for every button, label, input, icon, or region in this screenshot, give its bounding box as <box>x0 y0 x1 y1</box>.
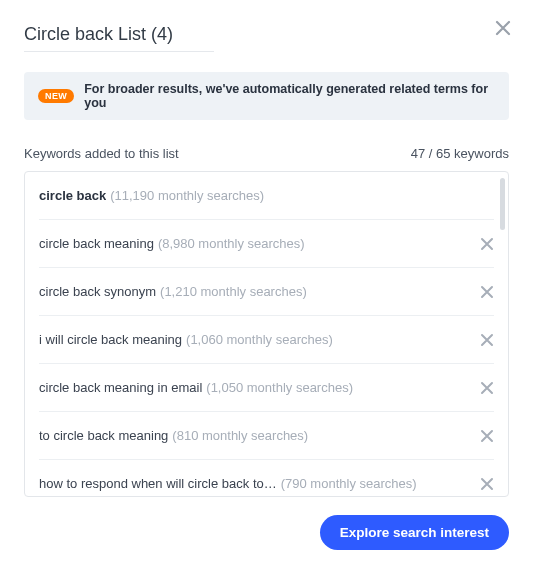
footer-actions: Explore search interest <box>24 515 509 550</box>
list-item: circle back meaning in email(1,050 month… <box>39 364 494 412</box>
new-badge: NEW <box>38 89 74 103</box>
keyword-term: circle back meaning <box>39 236 154 251</box>
keyword-volume: (1,060 monthly searches) <box>186 332 333 347</box>
list-item-text: circle back synonym(1,210 monthly search… <box>39 284 307 299</box>
keyword-volume: (8,980 monthly searches) <box>158 236 305 251</box>
list-item: circle back synonym(1,210 monthly search… <box>39 268 494 316</box>
keyword-volume: (11,190 monthly searches) <box>110 188 264 203</box>
list-item-text: to circle back meaning(810 monthly searc… <box>39 428 308 443</box>
list-item-text: i will circle back meaning(1,060 monthly… <box>39 332 333 347</box>
explore-button[interactable]: Explore search interest <box>320 515 509 550</box>
remove-keyword-button[interactable] <box>480 477 494 491</box>
keyword-term: circle back <box>39 188 106 203</box>
subheader-label: Keywords added to this list <box>24 146 179 161</box>
close-icon <box>480 381 494 395</box>
remove-keyword-button[interactable] <box>480 237 494 251</box>
close-icon <box>480 285 494 299</box>
title-underline <box>24 51 214 52</box>
keyword-list-scroll[interactable]: circle back(11,190 monthly searches)circ… <box>25 172 508 496</box>
page-title: Circle back List (4) <box>24 24 509 45</box>
keyword-term: to circle back meaning <box>39 428 168 443</box>
list-item: how to respond when will circle back to…… <box>39 460 494 496</box>
remove-keyword-button[interactable] <box>480 285 494 299</box>
keyword-volume: (810 monthly searches) <box>172 428 308 443</box>
list-item: circle back meaning(8,980 monthly search… <box>39 220 494 268</box>
keyword-term: how to respond when will circle back to… <box>39 476 277 491</box>
remove-keyword-button[interactable] <box>480 429 494 443</box>
list-item-text: how to respond when will circle back to…… <box>39 476 417 491</box>
list-item: to circle back meaning(810 monthly searc… <box>39 412 494 460</box>
keyword-volume: (1,050 monthly searches) <box>206 380 353 395</box>
scrollbar-thumb[interactable] <box>500 178 505 230</box>
keyword-term: circle back meaning in email <box>39 380 202 395</box>
keyword-term: i will circle back meaning <box>39 332 182 347</box>
keyword-volume: (790 monthly searches) <box>281 476 417 491</box>
keyword-count: 47 / 65 keywords <box>411 146 509 161</box>
list-item: circle back(11,190 monthly searches) <box>39 172 494 220</box>
remove-keyword-button[interactable] <box>480 333 494 347</box>
keyword-term: circle back synonym <box>39 284 156 299</box>
close-button[interactable] <box>495 20 511 36</box>
subheader: Keywords added to this list 47 / 65 keyw… <box>24 146 509 161</box>
banner-text: For broader results, we've automatically… <box>84 82 495 110</box>
remove-keyword-button[interactable] <box>480 381 494 395</box>
close-icon <box>480 237 494 251</box>
keyword-list: circle back(11,190 monthly searches)circ… <box>24 171 509 497</box>
close-icon <box>480 333 494 347</box>
keyword-volume: (1,210 monthly searches) <box>160 284 307 299</box>
list-item-text: circle back meaning in email(1,050 month… <box>39 380 353 395</box>
list-item-text: circle back meaning(8,980 monthly search… <box>39 236 305 251</box>
dialog: Circle back List (4) NEW For broader res… <box>0 0 533 561</box>
info-banner: NEW For broader results, we've automatic… <box>24 72 509 120</box>
close-icon <box>495 20 511 36</box>
list-item: i will circle back meaning(1,060 monthly… <box>39 316 494 364</box>
list-item-text: circle back(11,190 monthly searches) <box>39 188 264 203</box>
close-icon <box>480 429 494 443</box>
close-icon <box>480 477 494 491</box>
